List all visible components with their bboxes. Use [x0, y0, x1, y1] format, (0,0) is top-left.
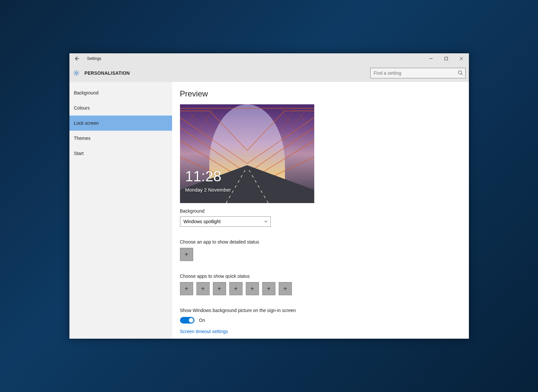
svg-line-6 — [461, 74, 463, 75]
svg-point-4 — [75, 72, 77, 74]
preview-date: Monday 2 November — [185, 187, 231, 193]
sidebar-item-background[interactable]: Background — [69, 85, 172, 100]
arrow-left-icon — [74, 56, 79, 61]
close-icon — [460, 57, 463, 60]
add-quick-status-app-button[interactable]: + — [196, 282, 210, 295]
sidebar: Background Colours Lock screen Themes St… — [69, 82, 172, 339]
background-dropdown[interactable]: Windows spotlight — [180, 216, 271, 227]
search-input[interactable] — [370, 68, 466, 78]
signin-picture-toggle[interactable] — [180, 317, 194, 324]
screen-timeout-link[interactable]: Screen timeout settings — [180, 329, 461, 334]
toggle-knob — [189, 318, 193, 323]
add-quick-status-app-button[interactable]: + — [262, 282, 275, 295]
quick-status-label: Choose apps to show quick status — [180, 274, 461, 279]
preview-time: 11:28 — [185, 168, 221, 185]
signin-picture-label: Show Windows background picture on the s… — [180, 308, 461, 313]
svg-rect-1 — [445, 57, 448, 60]
signin-picture-toggle-state: On — [199, 318, 205, 323]
background-dropdown-value: Windows spotlight — [184, 219, 221, 224]
sidebar-item-label: Themes — [74, 136, 91, 141]
plus-icon: + — [185, 251, 189, 258]
plus-icon: + — [201, 285, 205, 293]
search-icon — [458, 70, 463, 75]
search-wrap — [370, 68, 466, 78]
quick-status-row: +++++++ — [180, 282, 461, 295]
gear-icon — [73, 69, 80, 77]
titlebar: Settings — [69, 53, 469, 64]
body: Background Colours Lock screen Themes St… — [69, 82, 469, 339]
background-label: Background — [180, 208, 461, 214]
lock-screen-preview: 11:28 Monday 2 November — [180, 104, 314, 203]
content: Preview — [172, 82, 469, 339]
sidebar-item-label: Lock screen — [74, 120, 99, 126]
window-title: Settings — [87, 56, 101, 61]
header: PERSONALISATION — [69, 64, 469, 82]
plus-icon: + — [283, 285, 287, 293]
sidebar-item-start[interactable]: Start — [69, 146, 172, 161]
page-title: PERSONALISATION — [85, 70, 130, 76]
add-quick-status-app-button[interactable]: + — [213, 282, 226, 295]
header-left: PERSONALISATION — [73, 69, 130, 77]
detailed-status-row: + — [180, 248, 461, 261]
minimize-icon — [429, 57, 433, 60]
add-quick-status-app-button[interactable]: + — [246, 282, 259, 295]
chevron-down-icon — [264, 220, 268, 223]
sidebar-item-label: Background — [74, 90, 99, 95]
add-detailed-status-app-button[interactable]: + — [180, 248, 193, 261]
plus-icon: + — [267, 285, 271, 293]
add-quick-status-app-button[interactable]: + — [229, 282, 243, 295]
plus-icon: + — [250, 285, 254, 293]
window-controls — [423, 53, 469, 64]
plus-icon: + — [218, 285, 221, 293]
plus-icon: + — [234, 285, 238, 293]
close-button[interactable] — [454, 53, 469, 64]
preview-heading: Preview — [180, 89, 461, 98]
detailed-status-label: Choose an app to show detailed status — [180, 239, 461, 245]
maximize-icon — [445, 57, 448, 60]
sidebar-item-themes[interactable]: Themes — [69, 131, 172, 146]
sidebar-item-label: Colours — [74, 105, 90, 111]
sidebar-item-colours[interactable]: Colours — [69, 100, 172, 116]
back-button[interactable] — [72, 54, 81, 63]
titlebar-left: Settings — [72, 54, 101, 63]
sidebar-item-lock-screen[interactable]: Lock screen — [69, 116, 172, 131]
minimize-button[interactable] — [423, 53, 439, 64]
add-quick-status-app-button[interactable]: + — [279, 282, 292, 295]
sidebar-item-label: Start — [74, 151, 84, 156]
svg-point-5 — [458, 71, 462, 74]
plus-icon: + — [185, 285, 189, 293]
add-quick-status-app-button[interactable]: + — [180, 282, 193, 295]
settings-window: Settings PERSONALISATION — [69, 53, 469, 339]
signin-picture-toggle-row: On — [180, 317, 461, 324]
maximize-button[interactable] — [439, 53, 454, 64]
